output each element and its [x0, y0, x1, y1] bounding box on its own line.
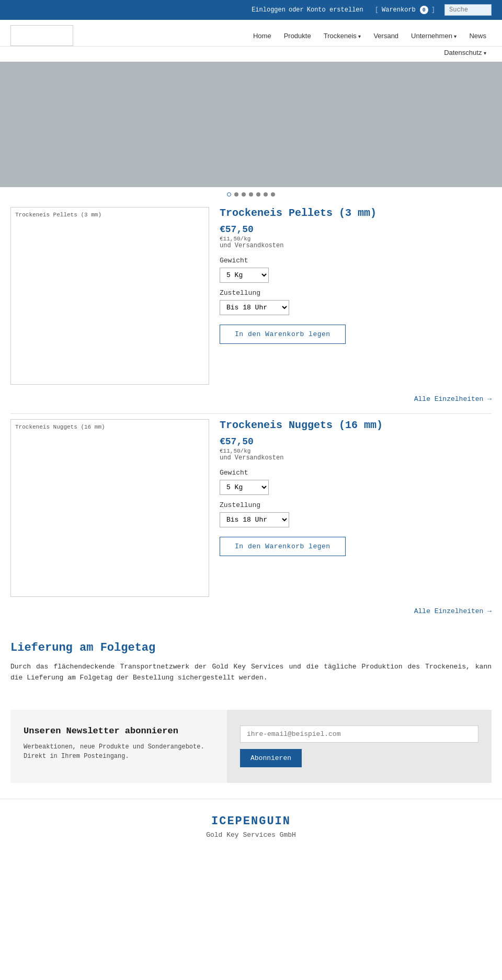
nav-item-versand[interactable]: Versand [368, 28, 404, 44]
cart-section[interactable]: [ Warenkorb 0 ] [375, 6, 435, 14]
product2-title: Trockeneis Nuggets (16 mm) [220, 419, 492, 431]
product2-weight-select[interactable]: 5 Kg 10 Kg 15 Kg 20 Kg 25 Kg [220, 480, 269, 495]
product1-price-per: €11,50/kg [220, 236, 492, 242]
nav-item-news[interactable]: News [464, 28, 492, 44]
search-input[interactable] [444, 4, 492, 16]
newsletter-left: Unseren Newsletter abonnieren Werbeaktio… [10, 710, 227, 783]
nav-items: Home Produkte Trockeneis ▾ Versand Unter… [248, 28, 492, 44]
product1-shipping: und Versandkosten [220, 242, 492, 249]
or-label: oder [289, 6, 304, 14]
company-name: Gold Key Services GmbH [10, 831, 492, 839]
product1-section: Trockeneis Pellets (3 mm) Trockeneis Pel… [0, 202, 502, 395]
carousel-dot-1[interactable] [227, 192, 231, 197]
product2-delivery-select[interactable]: Bis 18 Uhr Bis 12 Uhr [220, 512, 289, 527]
carousel-dots [0, 187, 502, 202]
product2-price: €57,50 [220, 436, 492, 447]
subscribe-button[interactable]: Abonnieren [240, 749, 302, 767]
chevron-down-icon: ▾ [454, 33, 457, 39]
newsletter-right: Abonnieren [227, 710, 492, 783]
product1-alle-link[interactable]: Alle Einzelheiten → [0, 395, 502, 413]
nav-item-datenschutz[interactable]: Datenschutz ▾ [439, 47, 492, 59]
product1-weight-select[interactable]: 5 Kg 10 Kg 15 Kg 20 Kg 25 Kg [220, 268, 269, 283]
product1-details: Trockeneis Pellets (3 mm) €57,50 €11,50/… [220, 207, 492, 344]
carousel-dot-7[interactable] [271, 192, 275, 197]
nav-bottom: Datenschutz ▾ [0, 47, 502, 62]
nav-item-unternehmen[interactable]: Unternehmen ▾ [406, 28, 462, 44]
newsletter-section: Unseren Newsletter abonnieren Werbeaktio… [10, 710, 492, 783]
product1-title: Trockeneis Pellets (3 mm) [220, 207, 492, 219]
product1-delivery-label: Zustellung [220, 289, 492, 297]
product2-weight-label: Gewicht [220, 469, 492, 477]
nav-item-home[interactable]: Home [248, 28, 277, 44]
product2-section: Trockeneis Nuggets (16 mm) Trockeneis Nu… [0, 414, 502, 607]
lieferung-text: Durch das flächendeckende Transportnetzw… [10, 662, 492, 684]
lieferung-title: Lieferung am Folgetag [10, 641, 492, 654]
carousel-dot-4[interactable] [249, 192, 253, 197]
cart-label: Warenkorb [382, 6, 416, 14]
product2-image: Trockeneis Nuggets (16 mm) [10, 419, 209, 597]
product2-cart-button[interactable]: In den Warenkorb legen [220, 537, 346, 556]
product2-details: Trockeneis Nuggets (16 mm) €57,50 €11,50… [220, 419, 492, 556]
carousel-dot-5[interactable] [256, 192, 260, 197]
product1-image: Trockeneis Pellets (3 mm) [10, 207, 209, 385]
nav-item-produkte[interactable]: Produkte [279, 28, 316, 44]
lieferung-section: Lieferung am Folgetag Durch das flächend… [0, 626, 502, 694]
product1-price: €57,50 [220, 224, 492, 235]
logo[interactable] [10, 25, 73, 46]
footer-brand: ICEPENGUIN Gold Key Services GmbH [0, 799, 502, 849]
brand-name: ICEPENGUIN [10, 815, 492, 828]
carousel-dot-3[interactable] [242, 192, 246, 197]
product2-price-per: €11,50/kg [220, 448, 492, 454]
hero-banner [0, 62, 502, 187]
chevron-down-icon: ▾ [484, 50, 486, 56]
product2-shipping: und Versandkosten [220, 454, 492, 462]
newsletter-description: Werbeaktionen, neue Produkte und Sondera… [24, 742, 214, 761]
product2-alle-link[interactable]: Alle Einzelheiten → [0, 607, 502, 626]
navigation: Home Produkte Trockeneis ▾ Versand Unter… [0, 20, 502, 47]
chevron-down-icon: ▾ [358, 33, 361, 39]
register-link[interactable]: Konto erstellen [307, 6, 363, 14]
nav-item-trockeneis[interactable]: Trockeneis ▾ [318, 28, 367, 44]
cart-count: 0 [420, 6, 428, 14]
carousel-dot-6[interactable] [264, 192, 268, 197]
newsletter-email-input[interactable] [240, 725, 478, 743]
login-link[interactable]: Einloggen [252, 6, 286, 14]
product2-delivery-label: Zustellung [220, 501, 492, 509]
top-bar: Einloggen oder Konto erstellen [ Warenko… [0, 0, 502, 20]
product2-image-label: Trockeneis Nuggets (16 mm) [15, 424, 105, 430]
product1-weight-label: Gewicht [220, 257, 492, 264]
product1-image-label: Trockeneis Pellets (3 mm) [15, 212, 101, 218]
product1-delivery-select[interactable]: Bis 18 Uhr Bis 12 Uhr [220, 300, 289, 315]
product1-cart-button[interactable]: In den Warenkorb legen [220, 325, 346, 344]
newsletter-title: Unseren Newsletter abonnieren [24, 725, 214, 737]
carousel-dot-2[interactable] [234, 192, 238, 197]
